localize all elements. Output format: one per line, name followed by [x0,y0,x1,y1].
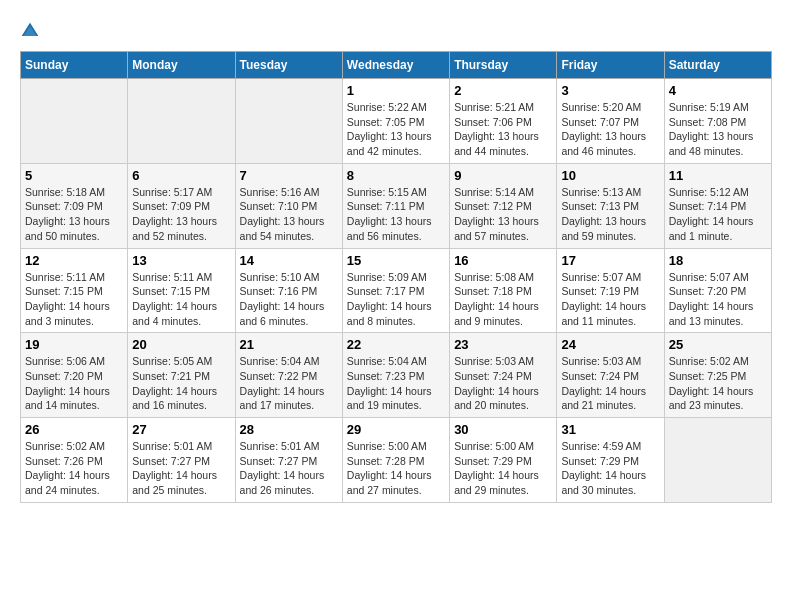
day-number: 6 [132,168,230,183]
day-info: Sunrise: 5:07 AMSunset: 7:20 PMDaylight:… [669,270,767,329]
calendar-cell [21,79,128,164]
day-number: 13 [132,253,230,268]
day-number: 1 [347,83,445,98]
day-number: 22 [347,337,445,352]
day-info: Sunrise: 4:59 AMSunset: 7:29 PMDaylight:… [561,439,659,498]
day-number: 17 [561,253,659,268]
calendar-cell: 19Sunrise: 5:06 AMSunset: 7:20 PMDayligh… [21,333,128,418]
calendar-cell: 15Sunrise: 5:09 AMSunset: 7:17 PMDayligh… [342,248,449,333]
calendar-cell: 27Sunrise: 5:01 AMSunset: 7:27 PMDayligh… [128,418,235,503]
day-number: 19 [25,337,123,352]
day-number: 31 [561,422,659,437]
calendar-cell: 24Sunrise: 5:03 AMSunset: 7:24 PMDayligh… [557,333,664,418]
calendar-cell: 18Sunrise: 5:07 AMSunset: 7:20 PMDayligh… [664,248,771,333]
day-info: Sunrise: 5:05 AMSunset: 7:21 PMDaylight:… [132,354,230,413]
calendar-cell: 12Sunrise: 5:11 AMSunset: 7:15 PMDayligh… [21,248,128,333]
day-info: Sunrise: 5:04 AMSunset: 7:22 PMDaylight:… [240,354,338,413]
day-info: Sunrise: 5:16 AMSunset: 7:10 PMDaylight:… [240,185,338,244]
day-number: 27 [132,422,230,437]
weekday-header-row: SundayMondayTuesdayWednesdayThursdayFrid… [21,52,772,79]
day-info: Sunrise: 5:18 AMSunset: 7:09 PMDaylight:… [25,185,123,244]
day-number: 2 [454,83,552,98]
calendar-cell: 3Sunrise: 5:20 AMSunset: 7:07 PMDaylight… [557,79,664,164]
day-number: 24 [561,337,659,352]
calendar-cell [235,79,342,164]
calendar-cell: 2Sunrise: 5:21 AMSunset: 7:06 PMDaylight… [450,79,557,164]
calendar-cell: 11Sunrise: 5:12 AMSunset: 7:14 PMDayligh… [664,163,771,248]
calendar-cell: 20Sunrise: 5:05 AMSunset: 7:21 PMDayligh… [128,333,235,418]
day-info: Sunrise: 5:00 AMSunset: 7:28 PMDaylight:… [347,439,445,498]
day-number: 21 [240,337,338,352]
day-info: Sunrise: 5:07 AMSunset: 7:19 PMDaylight:… [561,270,659,329]
calendar-cell: 10Sunrise: 5:13 AMSunset: 7:13 PMDayligh… [557,163,664,248]
calendar-week-row: 12Sunrise: 5:11 AMSunset: 7:15 PMDayligh… [21,248,772,333]
day-info: Sunrise: 5:09 AMSunset: 7:17 PMDaylight:… [347,270,445,329]
day-number: 11 [669,168,767,183]
day-info: Sunrise: 5:01 AMSunset: 7:27 PMDaylight:… [240,439,338,498]
calendar-cell: 21Sunrise: 5:04 AMSunset: 7:22 PMDayligh… [235,333,342,418]
day-info: Sunrise: 5:11 AMSunset: 7:15 PMDaylight:… [25,270,123,329]
weekday-header: Tuesday [235,52,342,79]
calendar-cell: 29Sunrise: 5:00 AMSunset: 7:28 PMDayligh… [342,418,449,503]
day-number: 12 [25,253,123,268]
day-number: 8 [347,168,445,183]
calendar-cell: 4Sunrise: 5:19 AMSunset: 7:08 PMDaylight… [664,79,771,164]
day-info: Sunrise: 5:19 AMSunset: 7:08 PMDaylight:… [669,100,767,159]
calendar-cell: 8Sunrise: 5:15 AMSunset: 7:11 PMDaylight… [342,163,449,248]
calendar-cell: 23Sunrise: 5:03 AMSunset: 7:24 PMDayligh… [450,333,557,418]
day-info: Sunrise: 5:11 AMSunset: 7:15 PMDaylight:… [132,270,230,329]
day-number: 10 [561,168,659,183]
day-info: Sunrise: 5:03 AMSunset: 7:24 PMDaylight:… [561,354,659,413]
day-info: Sunrise: 5:20 AMSunset: 7:07 PMDaylight:… [561,100,659,159]
weekday-header: Thursday [450,52,557,79]
weekday-header: Saturday [664,52,771,79]
weekday-header: Wednesday [342,52,449,79]
calendar-cell: 6Sunrise: 5:17 AMSunset: 7:09 PMDaylight… [128,163,235,248]
day-info: Sunrise: 5:03 AMSunset: 7:24 PMDaylight:… [454,354,552,413]
day-number: 20 [132,337,230,352]
day-number: 26 [25,422,123,437]
calendar-cell: 30Sunrise: 5:00 AMSunset: 7:29 PMDayligh… [450,418,557,503]
logo-icon [20,21,40,41]
day-number: 7 [240,168,338,183]
day-info: Sunrise: 5:14 AMSunset: 7:12 PMDaylight:… [454,185,552,244]
day-info: Sunrise: 5:22 AMSunset: 7:05 PMDaylight:… [347,100,445,159]
day-info: Sunrise: 5:21 AMSunset: 7:06 PMDaylight:… [454,100,552,159]
day-number: 25 [669,337,767,352]
calendar-cell: 28Sunrise: 5:01 AMSunset: 7:27 PMDayligh… [235,418,342,503]
calendar-week-row: 26Sunrise: 5:02 AMSunset: 7:26 PMDayligh… [21,418,772,503]
calendar-cell: 14Sunrise: 5:10 AMSunset: 7:16 PMDayligh… [235,248,342,333]
page-header [20,20,772,41]
logo [20,20,44,41]
calendar-cell: 25Sunrise: 5:02 AMSunset: 7:25 PMDayligh… [664,333,771,418]
day-info: Sunrise: 5:04 AMSunset: 7:23 PMDaylight:… [347,354,445,413]
calendar-cell: 1Sunrise: 5:22 AMSunset: 7:05 PMDaylight… [342,79,449,164]
calendar-cell: 13Sunrise: 5:11 AMSunset: 7:15 PMDayligh… [128,248,235,333]
calendar-week-row: 1Sunrise: 5:22 AMSunset: 7:05 PMDaylight… [21,79,772,164]
calendar-week-row: 19Sunrise: 5:06 AMSunset: 7:20 PMDayligh… [21,333,772,418]
day-number: 16 [454,253,552,268]
day-number: 3 [561,83,659,98]
calendar-cell [128,79,235,164]
calendar-cell: 17Sunrise: 5:07 AMSunset: 7:19 PMDayligh… [557,248,664,333]
day-number: 29 [347,422,445,437]
calendar-cell [664,418,771,503]
day-info: Sunrise: 5:00 AMSunset: 7:29 PMDaylight:… [454,439,552,498]
day-info: Sunrise: 5:01 AMSunset: 7:27 PMDaylight:… [132,439,230,498]
calendar-table: SundayMondayTuesdayWednesdayThursdayFrid… [20,51,772,503]
calendar-cell: 7Sunrise: 5:16 AMSunset: 7:10 PMDaylight… [235,163,342,248]
day-info: Sunrise: 5:15 AMSunset: 7:11 PMDaylight:… [347,185,445,244]
day-number: 9 [454,168,552,183]
day-info: Sunrise: 5:02 AMSunset: 7:25 PMDaylight:… [669,354,767,413]
calendar-cell: 9Sunrise: 5:14 AMSunset: 7:12 PMDaylight… [450,163,557,248]
day-info: Sunrise: 5:17 AMSunset: 7:09 PMDaylight:… [132,185,230,244]
day-info: Sunrise: 5:13 AMSunset: 7:13 PMDaylight:… [561,185,659,244]
day-info: Sunrise: 5:08 AMSunset: 7:18 PMDaylight:… [454,270,552,329]
day-info: Sunrise: 5:06 AMSunset: 7:20 PMDaylight:… [25,354,123,413]
calendar-cell: 16Sunrise: 5:08 AMSunset: 7:18 PMDayligh… [450,248,557,333]
day-number: 15 [347,253,445,268]
day-info: Sunrise: 5:10 AMSunset: 7:16 PMDaylight:… [240,270,338,329]
calendar-cell: 22Sunrise: 5:04 AMSunset: 7:23 PMDayligh… [342,333,449,418]
day-number: 23 [454,337,552,352]
calendar-cell: 31Sunrise: 4:59 AMSunset: 7:29 PMDayligh… [557,418,664,503]
